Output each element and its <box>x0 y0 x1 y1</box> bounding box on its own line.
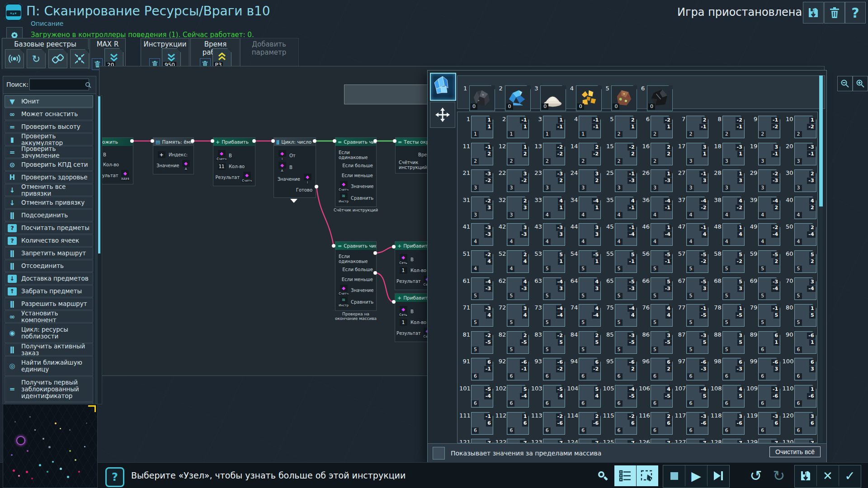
resource-slot-5[interactable]: 5 0 <box>611 85 637 111</box>
array-cell-58[interactable]: 5 -2 5 <box>722 250 745 273</box>
array-cell-55[interactable]: 5 -1 5 <box>615 250 637 273</box>
array-cell-105[interactable]: -4 -5 6 <box>615 385 637 408</box>
array-cell-71[interactable]: -3 4 5 <box>471 304 493 327</box>
array-cell-81[interactable]: -2 -5 5 <box>471 331 493 354</box>
array-cell-66[interactable]: 5 -3 5 <box>651 277 673 300</box>
array-cell-74[interactable]: 4 -4 5 <box>579 304 601 327</box>
array-cell-86[interactable]: 3 -5 5 <box>651 331 673 354</box>
array-cell-62[interactable]: 4 -3 5 <box>507 277 529 300</box>
value-chip[interactable]: ◆Счетч <box>217 150 226 161</box>
array-cell-107[interactable]: -4 5 6 <box>686 385 708 408</box>
array-cell-24[interactable]: 3 2 3 <box>579 169 601 192</box>
array-cell-111[interactable]: -1 6 6 <box>471 412 493 435</box>
sidebar-item-16[interactable]: ↑ Забрать предметы <box>5 285 93 297</box>
array-cell-59[interactable]: -5 2 5 <box>758 250 780 273</box>
sidebar-item-21[interactable]: ◎ Найти ближайшую единицу <box>5 356 93 376</box>
sidebar-item-15[interactable]: ↓ Доставка предметов <box>5 272 93 285</box>
value-chip[interactable]: ◆ХАУ4 <box>121 170 130 181</box>
array-cell-126[interactable]: 7 -2 7 <box>651 439 673 443</box>
array-cell-35[interactable]: 4 -1 4 <box>615 197 637 219</box>
resource-slot-3[interactable]: 3 0 <box>540 85 566 111</box>
array-cell-130[interactable]: 7 -3 7 <box>794 439 816 443</box>
array-cell-51[interactable]: -2 4 4 <box>471 250 493 273</box>
array-cell-96[interactable]: 6 2 6 <box>651 358 673 380</box>
array-cell-95[interactable]: -6 2 6 <box>615 358 637 380</box>
array-cell-90[interactable]: -6 1 6 <box>794 331 816 354</box>
step-button[interactable] <box>707 465 729 486</box>
value-chip[interactable]: 1 <box>398 319 408 326</box>
array-cell-42[interactable]: 3 -3 4 <box>507 223 529 246</box>
array-cell-80[interactable]: 1 5 5 <box>794 304 816 327</box>
array-cell-78[interactable]: 1 -5 5 <box>722 304 745 327</box>
array-cell-72[interactable]: 3 4 5 <box>507 304 529 327</box>
array-cell-68[interactable]: 5 3 5 <box>722 277 745 300</box>
search-input[interactable] <box>29 79 89 90</box>
array-cell-20[interactable]: -3 -1 3 <box>794 143 816 165</box>
array-cell-4[interactable]: -1 -1 1 <box>579 116 601 138</box>
array-cell-46[interactable]: 1 -4 4 <box>651 223 673 246</box>
sidebar-item-6[interactable]: ⊙ Проверить КПД сети <box>5 159 93 171</box>
array-cell-37[interactable]: -4 -2 4 <box>686 197 708 219</box>
array-cell-128[interactable]: 7 2 7 <box>722 439 745 443</box>
undo-button[interactable]: ↺ <box>745 465 767 486</box>
array-cell-32[interactable]: 2 3 3 <box>507 197 529 219</box>
array-cell-84[interactable]: 2 5 5 <box>579 331 601 354</box>
value-chip[interactable]: 11 <box>217 163 226 170</box>
stop-button[interactable] <box>663 465 685 486</box>
sidebar-item-13[interactable]: ǁ Запретить маршрут <box>5 247 93 259</box>
value-chip[interactable]: ◆Счетч <box>339 181 349 192</box>
array-cell-10[interactable]: 1 -2 2 <box>794 116 816 138</box>
delete-behavior-button[interactable] <box>824 2 845 23</box>
array-cell-97[interactable]: -6 -3 6 <box>686 358 708 380</box>
array-cell-8[interactable]: -2 -1 2 <box>722 116 745 138</box>
sidebar-scrollbar[interactable] <box>97 95 102 404</box>
array-cell-49[interactable]: -2 -4 4 <box>758 223 780 246</box>
array-cell-22[interactable]: 3 -2 3 <box>507 169 529 192</box>
value-chip[interactable]: ≋Инстр <box>339 296 349 307</box>
show-outside-values-checkbox[interactable] <box>433 447 445 460</box>
array-cell-34[interactable]: -4 1 4 <box>579 197 601 219</box>
array-cell-101[interactable]: -5 -4 6 <box>471 385 493 408</box>
value-chip[interactable]: + <box>156 151 166 158</box>
sidebar-item-1[interactable]: ▼ Юнит <box>5 95 93 108</box>
array-cell-14[interactable]: 2 -2 2 <box>579 143 601 165</box>
array-cell-13[interactable]: -2 -2 2 <box>543 143 565 165</box>
array-cell-12[interactable]: 1 2 2 <box>507 143 529 165</box>
array-cell-98[interactable]: 6 -3 6 <box>722 358 745 380</box>
value-chip[interactable]: 1 <box>398 267 408 274</box>
array-cell-38[interactable]: 4 -2 4 <box>722 197 745 219</box>
array-cell-18[interactable]: -3 1 3 <box>722 143 745 165</box>
array-cell-53[interactable]: 5 1 5 <box>543 250 565 273</box>
array-cell-102[interactable]: 5 -4 6 <box>507 385 529 408</box>
array-cell-73[interactable]: -4 -4 5 <box>543 304 565 327</box>
array-cell-120[interactable]: 3 6 6 <box>794 412 816 435</box>
value-chip[interactable]: ◆Сеть <box>398 306 408 317</box>
array-cell-93[interactable]: -6 -2 6 <box>543 358 565 380</box>
array-cell-114[interactable]: 2 -6 6 <box>579 412 601 435</box>
sidebar-scrollbar-thumb[interactable] <box>98 96 100 253</box>
array-cell-125[interactable]: -7 -2 7 <box>615 439 637 443</box>
register-loop-button[interactable]: ↻ <box>27 49 46 68</box>
array-cell-50[interactable]: 2 -4 4 <box>794 223 816 246</box>
sidebar-item-11[interactable]: ? Посчитать предметы <box>5 222 93 234</box>
sidebar-item-7[interactable]: Н Проверить здоровье <box>5 171 93 183</box>
array-cell-21[interactable]: -3 -2 3 <box>471 169 493 192</box>
save-behavior-button[interactable] <box>803 2 824 23</box>
node-compare-2[interactable]: =Сравнить числоЕсли одинаковыеЕсли больш… <box>335 241 377 311</box>
array-cell-57[interactable]: -5 -2 5 <box>686 250 708 273</box>
array-cell-33[interactable]: 4 1 4 <box>543 197 565 219</box>
add-parameter-tab[interactable]: Добавить параметр <box>239 38 299 70</box>
register-signal-button[interactable] <box>5 49 24 68</box>
sidebar-item-12[interactable]: ? Количество ячеек <box>5 235 93 247</box>
sidebar-item-18[interactable]: ∞ Установить компонент <box>5 310 93 323</box>
array-cell-91[interactable]: 6 -1 6 <box>471 358 493 380</box>
sidebar-item-22[interactable]: = Получить первый заблокированный иденти… <box>5 376 93 402</box>
help-button[interactable]: ? <box>845 2 866 23</box>
array-cell-85[interactable]: -3 -5 5 <box>615 331 637 354</box>
array-cell-56[interactable]: -5 -1 5 <box>651 250 673 273</box>
node-multiply[interactable]: ожитьВКол-воРезультат◆ХАУ4 <box>99 137 133 184</box>
select-tool-button[interactable] <box>637 465 658 486</box>
value-chip[interactable]: ◆A <box>181 160 190 171</box>
value-chip[interactable]: ◆A <box>277 162 287 173</box>
list-view-button[interactable] <box>614 465 636 486</box>
